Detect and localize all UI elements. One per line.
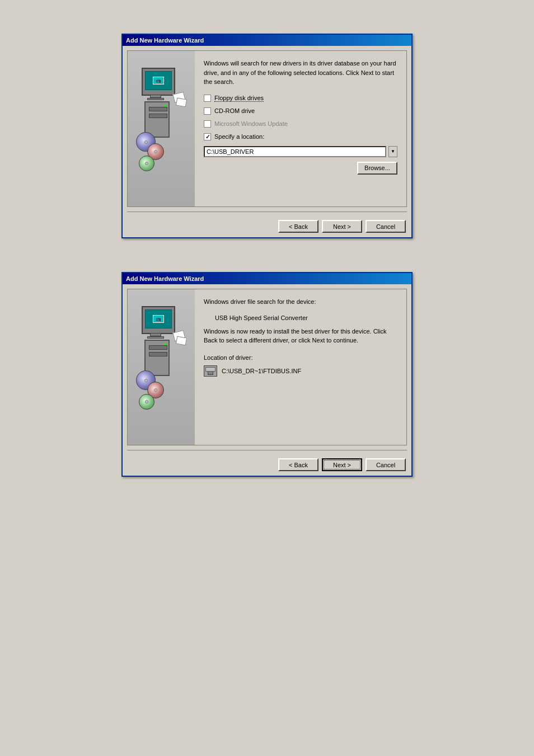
next-button-1[interactable]: Next > [322, 220, 362, 233]
location-input-row: ▼ [204, 146, 397, 157]
checkbox-windows-update[interactable] [204, 120, 211, 128]
wizard-body-2: 📺 [127, 289, 407, 445]
title-bar-2: Add New Hardware Wizard [123, 273, 411, 284]
tower-floppy [149, 107, 167, 111]
option-label-specify-location: Specify a location: [214, 133, 264, 140]
monitor-screen-inner: 📺 [153, 77, 164, 84]
paper-2 [176, 98, 187, 107]
cancel-button-2[interactable]: Cancel [366, 458, 406, 471]
option-row-specify-location: Specify a location: [204, 133, 397, 140]
button-row-1: < Back Next > Cancel [123, 215, 411, 237]
driver-path-label: C:\USB_DR~1\FTDIBUS.INF [222, 368, 301, 374]
wizard-content-2: Windows driver file search for the devic… [195, 289, 406, 445]
wizard-window-2: Add New Hardware Wizard 📺 [121, 272, 413, 477]
checkbox-specify-location[interactable] [204, 133, 211, 140]
tower-light [164, 105, 166, 107]
cd-hole-1-2 [144, 379, 148, 382]
wizard-window-1: Add New Hardware Wizard 📺 [121, 34, 413, 238]
cd-hole-2 [154, 150, 157, 153]
option-row-cdrom: CD-ROM drive [204, 107, 397, 115]
next-button-2[interactable]: Next > [322, 458, 362, 471]
checkbox-cdrom[interactable] [204, 107, 211, 115]
option-label-floppy: Floppy disk drives [214, 95, 264, 102]
tower-floppy-2 [149, 345, 167, 350]
computer-illustration-2: 📺 [133, 300, 189, 424]
button-row-2: < Back Next > Cancel [123, 454, 411, 476]
monitor-icon: 📺 [142, 68, 175, 96]
monitor-icon-2: 📺 [142, 306, 175, 334]
title-bar-1: Add New Hardware Wizard [123, 35, 411, 46]
wizard-body-1: 📺 [127, 50, 407, 207]
tower-cdrom [149, 114, 167, 118]
title-bar-label-2: Add New Hardware Wizard [126, 275, 204, 282]
cancel-button-1[interactable]: Cancel [366, 220, 406, 233]
option-label-windows-update: Microsoft Windows Update [214, 120, 288, 127]
checkbox-floppy[interactable] [204, 95, 211, 102]
cd-hole-2-2 [154, 388, 157, 392]
wizard-description-line1: Windows driver file search for the devic… [204, 297, 397, 307]
location-input[interactable] [204, 146, 386, 157]
back-button-1[interactable]: < Back [278, 220, 318, 233]
cd-hole-1 [144, 140, 148, 144]
divider-1 [127, 212, 407, 212]
monitor-stand-2 [147, 336, 164, 339]
monitor-screen-inner-2: 📺 [153, 315, 164, 323]
title-bar-label-1: Add New Hardware Wizard [126, 37, 204, 44]
location-dropdown[interactable]: ▼ [388, 146, 397, 157]
wizard-image-2: 📺 [128, 289, 195, 445]
computer-illustration-1: 📺 [133, 62, 189, 185]
device-name-label: USB High Speed Serial Converter [215, 314, 397, 321]
cd-3-2 [139, 394, 154, 410]
monitor-stand [147, 98, 164, 100]
paper-2-2 [176, 336, 187, 346]
monitor-screen: 📺 [145, 71, 172, 90]
floppy-drive-icon [204, 365, 217, 377]
location-label: Location of driver: [204, 353, 397, 363]
back-button-2[interactable]: < Back [278, 458, 318, 471]
option-row-windows-update: Microsoft Windows Update [204, 120, 397, 128]
tower-light-2 [164, 343, 166, 345]
tower-cdrom-2 [149, 352, 167, 356]
option-label-cdrom: CD-ROM drive [214, 107, 255, 114]
wizard-content-1: Windows will search for new drivers in i… [195, 51, 406, 206]
cd-hole-3 [145, 162, 148, 165]
cd-3 [139, 156, 154, 171]
cd-hole-3-2 [145, 400, 148, 403]
wizard-description-line2: Windows is now ready to install the best… [204, 327, 397, 345]
wizard-image-1: 📺 [128, 51, 195, 206]
option-row-floppy: Floppy disk drives [204, 95, 397, 102]
divider-2 [127, 450, 407, 450]
browse-row: Browse... [204, 162, 397, 175]
wizard-description-1: Windows will search for new drivers in i… [204, 59, 397, 87]
monitor-screen-2: 📺 [145, 309, 172, 328]
driver-location-row: C:\USB_DR~1\FTDIBUS.INF [204, 365, 397, 377]
browse-button[interactable]: Browse... [357, 162, 397, 175]
